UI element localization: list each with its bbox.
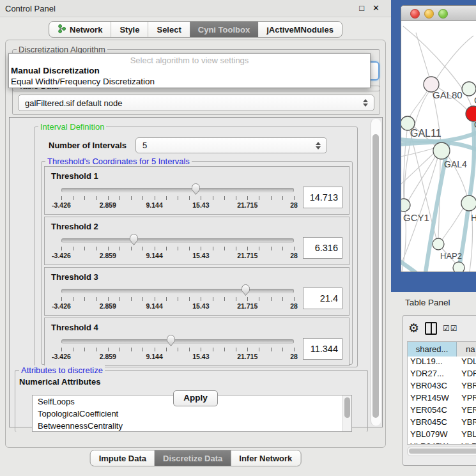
number-of-intervals-combobox[interactable]: 5	[135, 137, 327, 153]
slider-tick-labels: -3.4262.8599.14415.4321.71528	[61, 302, 294, 311]
attribute-item[interactable]: TopologicalCoefficient	[33, 408, 351, 420]
table-row[interactable]: YDR27...YDR2	[408, 369, 476, 381]
dropdown-option-manual[interactable]: Manual Discretization	[9, 65, 370, 76]
tab-label: jActiveMNodules	[266, 25, 334, 35]
slider-track[interactable]	[61, 238, 294, 243]
tick-label: 28	[290, 252, 298, 259]
table-row[interactable]: YBR043CYBR0	[408, 381, 476, 393]
cell-shared-name[interactable]: YBR043C	[408, 381, 459, 393]
column-header-shared-name[interactable]: shared...	[408, 342, 457, 357]
network-edge[interactable]	[401, 153, 434, 192]
slider-tick-labels: -3.4262.8599.14415.4321.71528	[61, 252, 294, 260]
cell-name[interactable]: YBR0	[459, 417, 476, 429]
table-row[interactable]: YER054CYER0	[408, 405, 476, 417]
gear-icon[interactable]: ⚙	[408, 322, 419, 335]
network-edge[interactable]	[436, 36, 473, 79]
table-panel-box: ⚙ ☑☑ shared... na YDL19...YDL1YDR27...YD…	[403, 315, 476, 466]
tab-discretize-data[interactable]: Discretize Data	[155, 450, 231, 466]
tab-cyni-toolbox[interactable]: Cyni Toolbox	[190, 22, 258, 37]
tick-label: -3.426	[52, 201, 71, 209]
threshold-slider[interactable]: -3.4262.8599.14415.4321.71528	[61, 283, 294, 312]
node-gcy1[interactable]	[401, 199, 410, 211]
tab-jactivemnodules[interactable]: jActiveMNodules	[258, 22, 342, 37]
columns-icon[interactable]	[425, 322, 437, 335]
cell-name[interactable]: YLR3	[459, 441, 476, 445]
table-row[interactable]: YBR045CYBR0	[408, 417, 476, 429]
slider-thumb[interactable]	[166, 334, 176, 347]
slider-thumb[interactable]	[191, 183, 201, 196]
tab-label: Impute Data	[99, 454, 146, 463]
network-canvas[interactable]: GAL80GACGAL11GAL4GCY1HHAP2	[401, 21, 476, 272]
float-window-icon[interactable]: □	[359, 3, 364, 13]
zoom-traffic-light-icon[interactable]	[438, 9, 448, 19]
node-h[interactable]	[461, 196, 476, 211]
cell-name[interactable]: YDR2	[459, 369, 476, 381]
dropdown-option-equal-width[interactable]: Equal Width/Frequency Discretization	[9, 76, 370, 87]
threshold-slider[interactable]: -3.4262.8599.14415.4321.71528	[61, 334, 294, 363]
tab-label: Select	[157, 25, 181, 35]
threshold-slider[interactable]: -3.4262.8599.14415.4321.71528	[61, 233, 294, 262]
threshold-label: Threshold 4	[51, 323, 342, 332]
apply-button[interactable]: Apply	[173, 390, 218, 406]
tab-label: Discretize Data	[163, 454, 222, 463]
slider-thumb[interactable]	[241, 284, 250, 296]
tick-label: 9.144	[146, 201, 162, 209]
column-header-name[interactable]: na	[457, 342, 476, 357]
settings-scrollbar[interactable]	[371, 119, 381, 426]
cell-shared-name[interactable]: YBL079W	[408, 429, 459, 441]
cell-name[interactable]: YBL0	[459, 429, 476, 441]
tab-impute-data[interactable]: Impute Data	[91, 450, 155, 466]
network-edge[interactable]	[401, 148, 434, 158]
threshold-slider[interactable]: -3.4262.8599.14415.4321.71528	[61, 182, 294, 211]
node-bottom-partial[interactable]	[453, 262, 464, 272]
table-row[interactable]: YLR345WYLR3	[408, 441, 476, 445]
cell-shared-name[interactable]: YER054C	[408, 405, 459, 417]
slider-ticks	[61, 247, 294, 251]
network-icon	[58, 24, 66, 35]
cell-shared-name[interactable]: YDR27...	[408, 369, 459, 381]
minimize-traffic-light-icon[interactable]	[424, 9, 434, 19]
checkbox-filter-icons[interactable]: ☑☑	[443, 324, 458, 333]
table-row[interactable]: YDL19...YDL1	[408, 357, 476, 369]
attribute-item[interactable]: BetweennessCentrality	[33, 420, 351, 432]
cell-shared-name[interactable]: YLR345W	[408, 441, 459, 445]
threshold-value-field[interactable]: 11.344	[303, 338, 342, 360]
close-traffic-light-icon[interactable]	[410, 9, 420, 19]
table-horizontal-scrollbar[interactable]	[407, 447, 476, 456]
table-data-combobox[interactable]: galFiltered.sif default node	[18, 95, 374, 111]
spinner-arrows-icon	[363, 99, 368, 107]
node-gal4[interactable]	[433, 142, 450, 159]
tab-select[interactable]: Select	[148, 22, 189, 37]
slider-thumb[interactable]	[129, 233, 139, 246]
close-icon[interactable]: ✕	[372, 3, 380, 13]
tab-network[interactable]: Network	[49, 22, 111, 37]
algorithm-dropdown-popup: Select algorithm to view settings Manual…	[8, 53, 371, 88]
cell-shared-name[interactable]: YDL19...	[408, 357, 459, 369]
cell-name[interactable]: YPR1	[459, 393, 476, 405]
table-row[interactable]: YPR145WYPR1	[408, 393, 476, 405]
network-edge[interactable]	[442, 208, 463, 240]
tab-infer-network[interactable]: Infer Network	[231, 450, 300, 466]
cell-name[interactable]: YER0	[459, 405, 476, 417]
cell-name[interactable]: YDL1	[459, 357, 476, 369]
threshold-value-field[interactable]: 21.4	[303, 288, 342, 309]
slider-track[interactable]	[61, 188, 294, 192]
table-row[interactable]: YBL079WYBL0	[408, 429, 476, 441]
attributes-scrollbar[interactable]	[342, 395, 351, 431]
threshold-value-field[interactable]: 14.713	[303, 187, 342, 208]
numerical-attributes-label: Numerical Attributes	[19, 377, 100, 387]
interval-definition-title: Interval Definition	[38, 122, 106, 132]
tick-label: 9.144	[146, 302, 162, 310]
cell-shared-name[interactable]: YPR145W	[408, 393, 459, 405]
tab-style[interactable]: Style	[111, 22, 148, 37]
slider-track[interactable]	[61, 339, 294, 344]
cell-shared-name[interactable]: YBR045C	[408, 417, 459, 429]
slider-track[interactable]	[61, 289, 294, 293]
node-hap2[interactable]	[433, 238, 444, 250]
node-upper-right[interactable]	[462, 82, 476, 96]
tick-label: -3.426	[52, 252, 71, 259]
threshold-value-field[interactable]: 6.316	[303, 237, 342, 259]
cell-name[interactable]: YBR0	[459, 381, 476, 393]
network-edge-highlighted[interactable]	[401, 255, 416, 272]
network-window-titlebar[interactable]	[401, 6, 476, 21]
